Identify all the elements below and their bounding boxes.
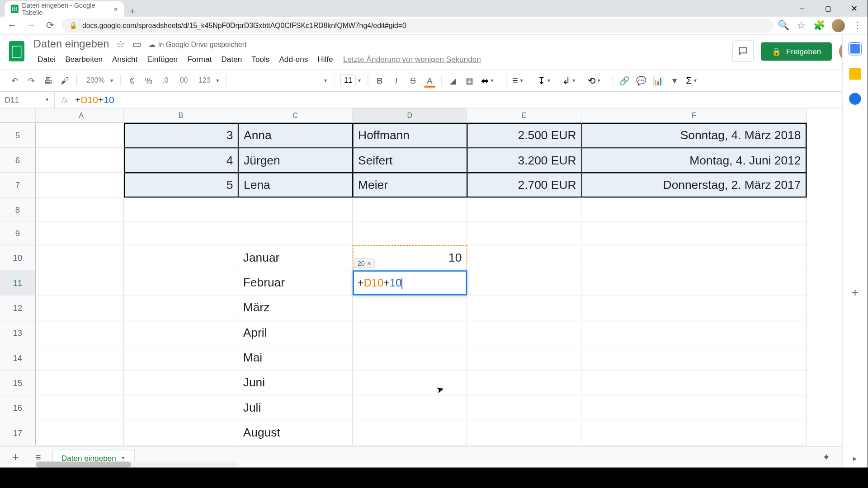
- font-dropdown[interactable]: ▼: [230, 76, 330, 84]
- cell-b5[interactable]: 3: [124, 123, 238, 148]
- row-header-9[interactable]: 9: [0, 221, 36, 245]
- spreadsheet-grid[interactable]: A B C D E F 5 3 Anna Hoffmann 2.500 EUR …: [0, 108, 868, 449]
- text-wrap-button[interactable]: ↲▼: [560, 75, 584, 86]
- add-sheet-button[interactable]: +: [7, 449, 24, 465]
- cell-b7[interactable]: 5: [124, 173, 238, 197]
- document-title[interactable]: Daten eingeben: [33, 38, 109, 51]
- cell-c15[interactable]: Juni: [238, 371, 353, 395]
- star-icon[interactable]: ☆: [115, 39, 126, 50]
- cell-a6[interactable]: [39, 148, 124, 173]
- bold-button[interactable]: B: [372, 73, 387, 88]
- cell-a10[interactable]: [39, 245, 124, 270]
- cell-c6[interactable]: Jürgen: [238, 148, 353, 173]
- minimize-button[interactable]: ─: [789, 0, 815, 17]
- cell-f9[interactable]: [581, 221, 807, 245]
- tasks-icon[interactable]: [849, 93, 861, 105]
- cell-c13[interactable]: April: [238, 320, 353, 345]
- cell-c10[interactable]: Januar: [238, 245, 353, 270]
- explore-button[interactable]: ✦: [818, 449, 835, 465]
- cell-a8[interactable]: [39, 198, 124, 222]
- cell-e9[interactable]: [467, 221, 581, 245]
- cell-f7[interactable]: Donnerstag, 2. März 2017: [581, 173, 807, 197]
- name-box[interactable]: D11 ▼: [0, 92, 55, 108]
- row-header-17[interactable]: 17: [0, 421, 36, 446]
- comments-button[interactable]: [732, 41, 754, 62]
- formula-input[interactable]: +D10+10: [75, 94, 868, 105]
- cell-b6[interactable]: 4: [124, 148, 238, 173]
- print-button[interactable]: 🖶: [41, 73, 56, 88]
- save-status[interactable]: ☁ In Google Drive gespeichert: [148, 40, 246, 48]
- column-header-a[interactable]: A: [39, 108, 124, 123]
- row-header-11[interactable]: 11: [0, 270, 36, 295]
- cell-b9[interactable]: [124, 221, 238, 245]
- column-header-f[interactable]: F: [581, 108, 807, 123]
- number-format-dropdown[interactable]: 123▼: [193, 76, 222, 84]
- cell-c14[interactable]: Mai: [238, 345, 353, 370]
- menu-edit[interactable]: Bearbeiten: [61, 53, 107, 66]
- cell-e10[interactable]: [467, 245, 581, 270]
- percent-button[interactable]: %: [141, 73, 156, 88]
- chevron-down-icon[interactable]: ▼: [121, 455, 125, 461]
- url-field[interactable]: 🔒 docs.google.com/spreadsheets/d/15_k45N…: [62, 18, 774, 33]
- keep-icon[interactable]: [849, 68, 861, 80]
- move-icon[interactable]: ▭: [132, 39, 142, 50]
- select-all-corner[interactable]: [0, 108, 36, 123]
- text-rotation-button[interactable]: ⟲▼: [585, 75, 609, 86]
- cell-a9[interactable]: [39, 221, 124, 245]
- italic-button[interactable]: I: [388, 73, 404, 88]
- tab-close-button[interactable]: ×: [113, 5, 118, 14]
- maximize-button[interactable]: ▢: [815, 0, 841, 17]
- add-addon-button[interactable]: +: [852, 286, 859, 300]
- cell-f6[interactable]: Montag, 4. Juni 2012: [581, 148, 807, 173]
- calendar-icon[interactable]: [849, 43, 861, 55]
- cell-f8[interactable]: [581, 198, 807, 222]
- browser-tab-active[interactable]: Daten eingeben - Google Tabelle ×: [5, 1, 124, 17]
- row-header-8[interactable]: 8: [0, 198, 36, 222]
- vertical-align-button[interactable]: ↧▼: [535, 75, 559, 86]
- cell-d11-editing[interactable]: 20× +D10+10: [353, 270, 467, 295]
- functions-button[interactable]: Σ▼: [684, 75, 708, 86]
- insert-chart-button[interactable]: 📊: [650, 73, 665, 88]
- cell-d9[interactable]: [353, 221, 467, 245]
- cell-b8[interactable]: [124, 198, 238, 222]
- bookmark-icon[interactable]: ☆: [796, 20, 807, 31]
- cell-e6[interactable]: 3.200 EUR: [467, 148, 581, 173]
- share-button[interactable]: 🔒 Freigeben: [761, 42, 832, 61]
- borders-button[interactable]: ▦: [462, 73, 477, 88]
- cell-c5[interactable]: Anna: [238, 123, 353, 148]
- cell-c12[interactable]: März: [238, 296, 353, 320]
- merge-cells-button[interactable]: ⬌▼: [478, 75, 502, 86]
- collapse-side-panel-button[interactable]: ▸: [853, 455, 857, 463]
- row-header-12[interactable]: 12: [0, 296, 36, 320]
- cell-a7[interactable]: [39, 173, 124, 197]
- row-header-15[interactable]: 15: [0, 371, 36, 395]
- row-header-6[interactable]: 6: [0, 148, 36, 173]
- reload-button[interactable]: ⟳: [43, 18, 57, 33]
- cell-e8[interactable]: [467, 198, 581, 222]
- column-header-d[interactable]: D: [353, 108, 467, 123]
- row-header-5[interactable]: 5: [0, 123, 36, 148]
- close-window-button[interactable]: ✕: [841, 0, 868, 17]
- fill-color-button[interactable]: ◢: [445, 73, 461, 88]
- menu-insert[interactable]: Einfügen: [143, 53, 182, 66]
- menu-tools[interactable]: Tools: [247, 53, 274, 66]
- horizontal-align-button[interactable]: ≡▼: [510, 75, 534, 86]
- browser-profile-avatar[interactable]: [832, 19, 845, 32]
- last-edit-link[interactable]: Letzte Änderung vor wenigen Sekunden: [343, 53, 481, 66]
- row-header-7[interactable]: 7: [0, 173, 36, 197]
- cell-e7[interactable]: 2.700 EUR: [467, 173, 581, 197]
- forward-button[interactable]: →: [24, 18, 38, 33]
- cell-c17[interactable]: August: [238, 421, 353, 446]
- zoom-dropdown[interactable]: 200%▼: [80, 76, 117, 84]
- menu-file[interactable]: Datei: [33, 53, 60, 66]
- cell-e11[interactable]: [467, 270, 581, 295]
- cell-d7[interactable]: Meier: [353, 173, 467, 197]
- cell-f10[interactable]: [581, 245, 807, 270]
- row-header-10[interactable]: 10: [0, 245, 36, 270]
- increase-decimal-button[interactable]: .00: [175, 73, 192, 88]
- horizontal-scrollbar[interactable]: [36, 461, 238, 467]
- paint-format-button[interactable]: 🖌: [57, 73, 73, 88]
- browser-menu-icon[interactable]: ⋮: [852, 20, 863, 31]
- undo-button[interactable]: ↶: [7, 73, 23, 88]
- menu-data[interactable]: Daten: [217, 53, 246, 66]
